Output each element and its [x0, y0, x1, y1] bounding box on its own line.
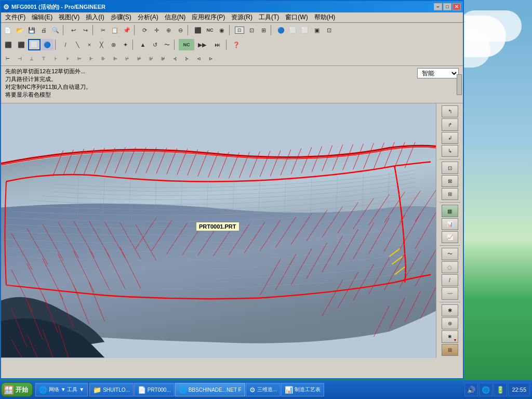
- menu-window[interactable]: 窗口(W): [282, 12, 311, 22]
- menu-resources[interactable]: 资源(R): [228, 12, 256, 22]
- tb3-11[interactable]: ⊬: [122, 53, 133, 64]
- tb3-14[interactable]: ⊯: [157, 53, 169, 64]
- taskbar-item-process[interactable]: 📊 制造工艺表: [281, 383, 324, 396]
- tb2-sweep[interactable]: 〜: [161, 39, 172, 50]
- sb-btn-1[interactable]: ↰: [442, 105, 458, 117]
- sb-btn-4[interactable]: ↳: [442, 145, 458, 157]
- tb2-nc2[interactable]: ▶▶: [195, 39, 209, 50]
- tray-icon-2[interactable]: 🌐: [479, 383, 493, 396]
- sb-btn-6[interactable]: ⊠: [442, 175, 458, 187]
- tb2-4[interactable]: 🔵: [41, 39, 54, 50]
- tb3-6[interactable]: ⊧: [62, 53, 73, 64]
- sb-btn-7[interactable]: ⊞: [442, 188, 458, 200]
- menu-view[interactable]: 视图(V): [56, 12, 83, 22]
- tb-save[interactable]: 💾: [26, 24, 37, 36]
- sb-btn-13[interactable]: /: [442, 274, 458, 286]
- maximize-button[interactable]: □: [443, 3, 451, 10]
- sb-btn-18[interactable]: ⊞: [442, 344, 458, 356]
- tb-rotate[interactable]: ⟳: [139, 24, 150, 36]
- tb2-circle[interactable]: ×: [84, 39, 95, 50]
- sb-btn-2[interactable]: ↱: [442, 118, 458, 130]
- menu-app[interactable]: 应用程序(P): [189, 12, 228, 22]
- sb-btn-10[interactable]: 📈: [442, 231, 458, 243]
- tb-cut[interactable]: ✂: [97, 24, 109, 36]
- tb3-1[interactable]: ⊢: [2, 53, 14, 64]
- tb-wire[interactable]: ⬜: [287, 24, 299, 36]
- message-scrollbar[interactable]: [457, 74, 462, 95]
- sb-btn-12[interactable]: ◌: [442, 261, 458, 273]
- tray-icon-1[interactable]: 🔊: [464, 383, 478, 396]
- tb-zoom[interactable]: 🔍: [50, 24, 61, 36]
- close-button[interactable]: ✕: [453, 3, 461, 10]
- sb-btn-14[interactable]: 〰: [442, 287, 458, 299]
- taskbar-item-shuitlo[interactable]: 📁 SHUITLO...: [89, 383, 134, 396]
- tb-refit[interactable]: ⊡: [323, 24, 335, 36]
- menu-edit[interactable]: 编辑(E): [29, 12, 56, 22]
- tb3-3[interactable]: ⊥: [26, 53, 37, 64]
- tb-undo[interactable]: ↩: [68, 24, 79, 36]
- tb-redo[interactable]: ↪: [79, 24, 91, 36]
- menu-steps[interactable]: 步骤(S): [108, 12, 135, 22]
- taskbar-item-3d[interactable]: ⚙ 三维造...: [246, 383, 281, 396]
- tb3-16[interactable]: ⊱: [181, 53, 193, 64]
- tb-nc[interactable]: NC: [204, 24, 216, 36]
- tb2-3[interactable]: ⬜: [28, 39, 41, 50]
- tb3-7[interactable]: ⊨: [74, 53, 85, 64]
- tb3-8[interactable]: ⊩: [86, 53, 97, 64]
- tb3-10[interactable]: ⊫: [110, 53, 121, 64]
- tb-open[interactable]: 📂: [14, 24, 25, 36]
- tb-copy[interactable]: 📋: [109, 24, 121, 36]
- start-button[interactable]: 🪟 开始: [1, 382, 33, 397]
- sb-btn-3[interactable]: ↲: [442, 132, 458, 144]
- taskbar-item-prt[interactable]: 📄 PRT000...: [134, 383, 175, 396]
- taskbar-item-bbs[interactable]: 🌐 BBSCHINADE...NET F: [175, 383, 245, 396]
- tb2-extrude[interactable]: ▲: [137, 39, 149, 50]
- tb2-2[interactable]: ⬛: [15, 39, 28, 50]
- tb2-1[interactable]: ⬛: [2, 39, 15, 50]
- minimize-button[interactable]: −: [434, 3, 442, 10]
- tb-print[interactable]: 🖨: [38, 24, 49, 36]
- tb-assembly[interactable]: ⬛: [192, 24, 204, 36]
- tb-pan[interactable]: ✛: [151, 24, 162, 36]
- tb-display[interactable]: ◉: [216, 24, 228, 36]
- menu-analysis[interactable]: 分析(A): [135, 12, 162, 22]
- sb-btn-9[interactable]: 📊: [442, 218, 458, 230]
- tb2-question[interactable]: ❓: [231, 39, 242, 50]
- tb-shade[interactable]: 🔵: [275, 24, 287, 36]
- tb3-9[interactable]: ⊪: [98, 53, 109, 64]
- menu-insert[interactable]: 插入(I): [83, 12, 107, 22]
- tb3-18[interactable]: ⊳: [205, 53, 217, 64]
- tb3-17[interactable]: ⊲: [193, 53, 205, 64]
- tb-zoom-out[interactable]: ⊖: [175, 24, 186, 36]
- tb-zoom-in[interactable]: ⊕: [163, 24, 174, 36]
- tb-csys[interactable]: ⊞: [258, 24, 269, 36]
- tb3-12[interactable]: ⊭: [134, 53, 145, 64]
- tb3-13[interactable]: ⊮: [145, 53, 157, 64]
- tb2-nc1[interactable]: NC: [179, 39, 194, 50]
- tb-hidden[interactable]: ⬜: [299, 24, 311, 36]
- menu-tools[interactable]: 工具(T): [256, 12, 282, 22]
- tb2-nc3[interactable]: ⏭: [210, 39, 224, 50]
- tb3-15[interactable]: ⊰: [169, 53, 181, 64]
- tb-paste[interactable]: 📌: [121, 24, 132, 36]
- tb3-5[interactable]: ⊦: [50, 53, 61, 64]
- menu-help[interactable]: 帮助(H): [311, 12, 339, 22]
- sb-btn-16[interactable]: ⊕: [442, 317, 458, 329]
- tb3-2[interactable]: ⊣: [14, 53, 25, 64]
- tb-new[interactable]: 📄: [2, 24, 14, 36]
- sb-btn-15[interactable]: ✱: [442, 304, 458, 316]
- tb2-line[interactable]: /: [60, 39, 71, 50]
- tb-datum[interactable]: ⊡: [246, 24, 257, 36]
- tb2-revolve[interactable]: ↺: [149, 39, 161, 50]
- menu-info[interactable]: 信息(N): [162, 12, 189, 22]
- tb2-arc[interactable]: ╳: [96, 39, 107, 50]
- sb-btn-8[interactable]: ▦: [442, 205, 458, 217]
- viewport[interactable]: PRT0001.PRT: [1, 103, 436, 358]
- sb-btn-5[interactable]: ⊡: [442, 162, 458, 174]
- tb2-point[interactable]: ✦: [119, 39, 131, 50]
- sb-btn-17[interactable]: ✱ ▼: [442, 330, 458, 342]
- tb-perspective[interactable]: ▣: [311, 24, 323, 36]
- tray-icon-3[interactable]: 🔋: [494, 383, 507, 396]
- menu-file[interactable]: 文件(F): [2, 12, 29, 22]
- tb-spin[interactable]: ⊡: [234, 24, 245, 36]
